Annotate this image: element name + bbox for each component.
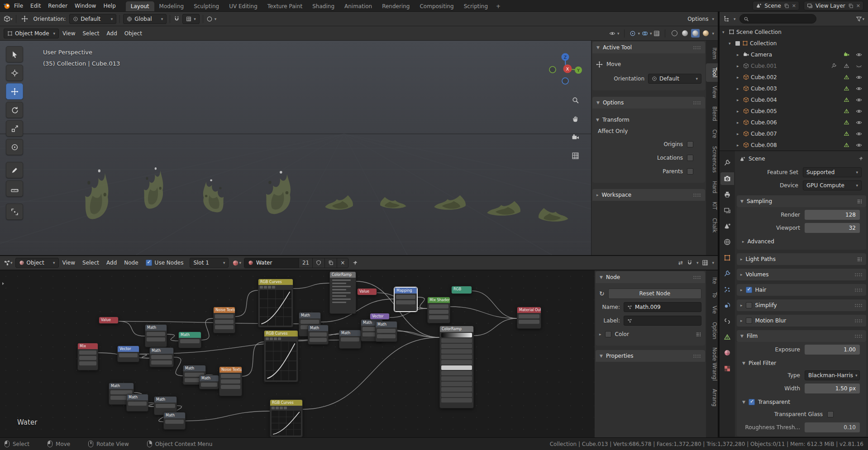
shader-node-vector[interactable]: Vector: [370, 313, 390, 320]
properties-tab-world[interactable]: [720, 236, 734, 248]
unlink-material-icon[interactable]: ×: [337, 258, 348, 268]
shader-node-noise-texture[interactable]: Noise Texture: [219, 366, 242, 396]
sidebar-tab-cre[interactable]: Cre: [706, 125, 718, 142]
water-splash-object[interactable]: [318, 177, 360, 216]
editor-type-caret[interactable]: ▾: [10, 261, 13, 265]
subpanel-advanced[interactable]: ▸Advanced: [737, 236, 866, 247]
tool-transform-button[interactable]: [6, 139, 23, 155]
workspace-tab-sculpting[interactable]: Sculpting: [189, 1, 224, 11]
shader-node-math[interactable]: Math: [178, 332, 201, 348]
shader-node-mix-shader[interactable]: Mix Shader: [427, 297, 450, 323]
properties-tab-modifiers[interactable]: [720, 267, 734, 280]
collection-checkbox[interactable]: [735, 41, 740, 46]
water-splash-object[interactable]: [531, 191, 576, 227]
expand-arrow[interactable]: ▸: [737, 52, 741, 57]
menu-select[interactable]: Select: [79, 260, 103, 266]
item-name[interactable]: Cube.002: [751, 74, 777, 81]
pan-hand-icon[interactable]: [569, 113, 581, 124]
shader-type-select[interactable]: Object▾: [15, 258, 59, 268]
workspace-tab-modeling[interactable]: Modeling: [154, 1, 189, 11]
sidebar-tab-hard[interactable]: Hard: [706, 177, 718, 198]
locations-checkbox[interactable]: [687, 155, 693, 161]
tool-rotate-button[interactable]: [6, 102, 23, 118]
visibility-eye-icon[interactable]: [854, 142, 864, 148]
add-workspace-button[interactable]: +: [493, 1, 504, 11]
visibility-eye-icon[interactable]: [854, 97, 864, 103]
origins-checkbox[interactable]: [687, 141, 693, 147]
properties-tab-output[interactable]: [720, 188, 734, 201]
parents-checkbox[interactable]: [687, 168, 693, 175]
water-splash-object[interactable]: [479, 183, 529, 222]
item-name[interactable]: Cube.006: [751, 119, 777, 126]
panel-motion-blur[interactable]: ▸Motion Blur: [737, 315, 866, 327]
visibility-eye-icon[interactable]: [854, 52, 864, 58]
item-name[interactable]: Cube.003: [751, 85, 777, 92]
node-snap-magnet-icon[interactable]: [687, 260, 693, 266]
pin-icon[interactable]: [858, 156, 863, 161]
fake-user-shield-icon[interactable]: [312, 258, 324, 268]
visibility-eye-icon[interactable]: [854, 74, 864, 81]
expand-arrow[interactable]: ▸: [737, 143, 741, 147]
motion-blur-checkbox[interactable]: [746, 317, 752, 324]
item-name[interactable]: Cube.005: [751, 108, 777, 114]
visibility-eye-icon[interactable]: [854, 108, 864, 114]
outliner-editor-icon[interactable]: [723, 15, 730, 22]
panel-options[interactable]: ▼Options: [592, 97, 705, 109]
shader-node-math[interactable]: Math: [163, 412, 186, 430]
simplify-checkbox[interactable]: [746, 302, 752, 308]
material-browse-caret[interactable]: ▾: [239, 261, 241, 265]
node-sidebar-tab-vie[interactable]: Vie: [706, 302, 718, 318]
shader-node-colorramp[interactable]: ColorRamp: [329, 271, 356, 314]
properties-tab-material[interactable]: [720, 346, 734, 359]
hair-checkbox[interactable]: [746, 287, 752, 293]
overlays-icon[interactable]: [642, 30, 648, 37]
snap-settings-dropdown[interactable]: ▾: [182, 14, 200, 24]
shader-node-mapping[interactable]: Mapping: [394, 287, 417, 312]
properties-tab-texture[interactable]: [720, 362, 734, 375]
panel-sampling[interactable]: ▼Sampling: [737, 195, 866, 207]
tool-move-button[interactable]: [6, 83, 23, 99]
node-sidebar-tab-to[interactable]: To: [706, 288, 718, 302]
tool-select-button[interactable]: [6, 46, 23, 62]
snap-caret[interactable]: ▾: [696, 261, 699, 265]
item-name[interactable]: Cube.008: [751, 142, 777, 148]
expand-arrow[interactable]: ▸: [737, 109, 741, 114]
unlink-scene-icon[interactable]: ×: [792, 3, 796, 9]
panel-light-paths[interactable]: ▸Light Paths: [737, 253, 866, 265]
panel-workspace[interactable]: ▸Workspace: [592, 189, 705, 201]
properties-tab-data[interactable]: [720, 331, 734, 343]
proportional-edit-icon[interactable]: [206, 16, 213, 22]
outliner-row[interactable]: ▸Cube.004: [720, 94, 868, 105]
sidebar-tab-tool[interactable]: Tool: [706, 63, 718, 81]
item-name[interactable]: Scene Collection: [736, 29, 782, 35]
node-editor-icon[interactable]: [4, 260, 10, 266]
outliner-row[interactable]: ▸Cube.003: [720, 83, 868, 94]
topbar-menu-window[interactable]: Window: [71, 3, 100, 9]
properties-tab-scene[interactable]: [720, 220, 734, 232]
node-name-field[interactable]: Math.009: [624, 302, 701, 312]
remove-view-layer-icon[interactable]: ×: [856, 3, 860, 9]
viewport-3d[interactable]: User Perspective (35) Collection | Cube.…: [0, 41, 718, 255]
expand-arrow[interactable]: ▾: [729, 41, 733, 46]
new-material-icon[interactable]: [324, 258, 337, 268]
expand-arrow[interactable]: ▸: [737, 64, 741, 68]
sidebar-tab-kit[interactable]: KIT: [706, 198, 718, 214]
new-scene-icon[interactable]: [784, 3, 789, 9]
outliner-search[interactable]: [739, 14, 816, 24]
tool-add-primitive-button[interactable]: [6, 204, 23, 220]
shading-solid-button[interactable]: [681, 29, 689, 38]
water-splash-object[interactable]: [252, 147, 302, 218]
shader-node-math[interactable]: Math: [308, 325, 329, 345]
outliner-row[interactable]: ▸Cube.001: [720, 60, 868, 71]
region-expand-arrow-icon[interactable]: [1, 280, 5, 287]
overlay-grid-icon[interactable]: [702, 260, 708, 266]
shader-node-rgb[interactable]: RGB: [451, 286, 472, 294]
water-splash-object[interactable]: [133, 144, 172, 213]
navigation-gizmo[interactable]: Z Y X: [548, 51, 583, 86]
node-sidebar-tab-ite[interactable]: Ite: [706, 273, 718, 288]
workspace-tab-rendering[interactable]: Rendering: [377, 1, 415, 11]
menu-view[interactable]: View: [59, 260, 79, 266]
panel-node[interactable]: ▼Node: [596, 271, 705, 283]
camera-view-icon[interactable]: [569, 131, 581, 143]
properties-tab-render[interactable]: [720, 172, 734, 185]
